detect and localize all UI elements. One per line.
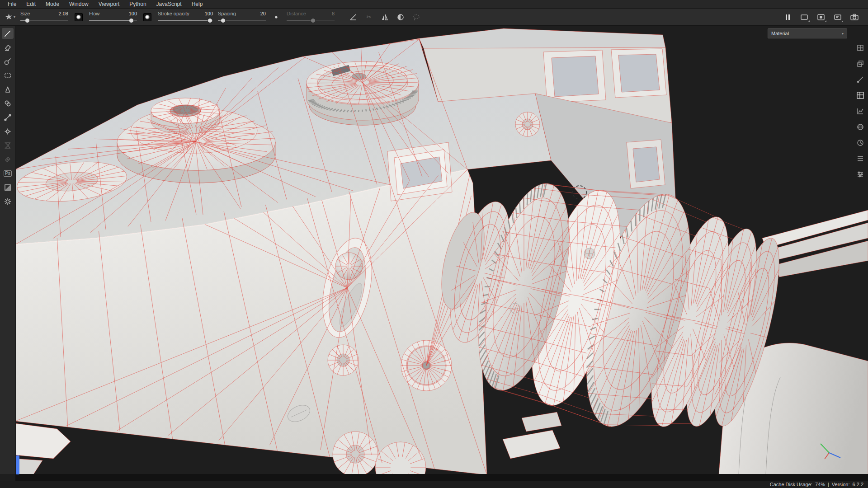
mirror-sphere-button[interactable]: [395, 12, 406, 23]
panel-list-button[interactable]: [856, 155, 864, 164]
distance-slider: [287, 18, 335, 23]
dot-icon: [273, 14, 279, 20]
tool-blur[interactable]: [2, 126, 14, 137]
flow-label: Flow: [89, 11, 99, 16]
distance-value-field: 8: [332, 11, 335, 16]
spacing-slider[interactable]: [218, 18, 266, 23]
panel-grid-button[interactable]: [856, 44, 864, 54]
brush-toolbar: ▾ Size 2.08 Flow 100: [0, 9, 868, 26]
material-select[interactable]: Material ▾: [768, 28, 847, 38]
tool-palette: Ps: [0, 26, 16, 474]
eraser-icon: [4, 43, 12, 52]
gradient-icon: [4, 183, 12, 192]
gear-icon: [4, 197, 12, 206]
canvas-scrollbar-thumb[interactable]: [16, 455, 19, 474]
cut-through-button[interactable]: ✂: [363, 12, 374, 23]
menu-window[interactable]: Window: [64, 0, 94, 8]
panel-history-button[interactable]: [856, 139, 864, 149]
param-size: Size 2.08: [20, 11, 68, 23]
brush-falloff-icon: [75, 13, 83, 21]
canvas-bottom-strip: [15, 474, 868, 481]
brush-profile-icon: [143, 13, 151, 21]
brush-profile-button[interactable]: [142, 12, 153, 23]
viewport-canvas[interactable]: [15, 26, 868, 474]
tool-clone[interactable]: [2, 98, 14, 109]
param-spacing: Spacing 20: [218, 11, 266, 23]
tool-paint-through[interactable]: [2, 56, 14, 67]
menu-edit[interactable]: Edit: [21, 0, 41, 8]
heal-icon: [4, 155, 12, 164]
angle-snap-button[interactable]: [348, 12, 359, 23]
pause-button[interactable]: [782, 12, 793, 23]
palette-toggle-strip: [853, 26, 868, 324]
tool-vector[interactable]: [2, 112, 14, 123]
cache-usage-label: Cache Disk Usage:: [770, 482, 812, 487]
vector-icon: [4, 113, 12, 122]
slice-icon: [4, 141, 12, 150]
stroke-opacity-slider[interactable]: [158, 18, 213, 23]
version-value: 6.2.2: [853, 482, 863, 487]
menu-javascript[interactable]: JavaScript: [151, 0, 187, 8]
param-flow: Flow 100: [89, 11, 137, 23]
canvas-mode-button[interactable]: [799, 12, 810, 23]
distance-label: Distance: [287, 11, 306, 16]
size-label: Size: [20, 11, 30, 16]
panel-projects-button[interactable]: [856, 91, 864, 101]
menu-file[interactable]: File: [3, 0, 21, 8]
marquee-icon: [4, 71, 12, 80]
brush-tip-button[interactable]: ▾: [5, 12, 15, 23]
lasso-icon: [412, 13, 420, 21]
menu-mode[interactable]: Mode: [41, 0, 64, 8]
menu-help[interactable]: Help: [187, 0, 208, 8]
stroke-opacity-value-field[interactable]: 100: [205, 11, 213, 16]
size-slider[interactable]: [20, 18, 68, 23]
tool-ps-layers[interactable]: Ps: [2, 168, 14, 179]
mirror-h-icon: [381, 13, 389, 21]
panel-layers-button[interactable]: [856, 60, 864, 70]
spacing-dot-button[interactable]: [271, 12, 282, 23]
mirror-horizontal-button[interactable]: [379, 12, 390, 23]
status-divider: |: [828, 482, 829, 487]
panel-brushes-button[interactable]: [856, 75, 864, 85]
panel-shader-button[interactable]: [856, 123, 864, 133]
tool-marquee[interactable]: [2, 70, 14, 81]
tool-settings[interactable]: [2, 196, 14, 207]
flow-value-field[interactable]: 100: [129, 11, 137, 16]
panel-controls-button[interactable]: [856, 170, 864, 180]
tool-gradient[interactable]: [2, 182, 14, 193]
tool-brush[interactable]: [2, 28, 14, 39]
param-distance: Distance 8: [287, 11, 335, 23]
spacing-label: Spacing: [218, 11, 236, 16]
shading-sphere-icon: [816, 13, 826, 21]
camera-icon: [850, 13, 859, 21]
tool-eraser[interactable]: [2, 42, 14, 53]
flow-slider[interactable]: [89, 18, 137, 23]
size-value-field[interactable]: 2.08: [59, 11, 68, 16]
tool-smudge[interactable]: [2, 84, 14, 95]
panel-graph-button[interactable]: [856, 107, 864, 117]
hud-mode-button[interactable]: [832, 12, 843, 23]
brush-icon: [4, 29, 12, 38]
lasso-button[interactable]: [411, 12, 422, 23]
cache-usage-value: 74%: [815, 482, 825, 487]
menu-viewport[interactable]: Viewport: [94, 0, 124, 8]
tool-slice[interactable]: [2, 140, 14, 151]
chevron-down-icon: ▾: [14, 15, 15, 19]
blur-gear-icon: [4, 127, 12, 136]
brush-falloff-button[interactable]: [73, 12, 84, 23]
menu-bar: File Edit Mode Window Viewport Python Ja…: [0, 0, 868, 9]
mirror-sphere-icon: [396, 13, 405, 21]
cut-icon: ✂: [367, 14, 372, 20]
viewport-3d[interactable]: [15, 26, 868, 474]
app-window: File Edit Mode Window Viewport Python Ja…: [0, 0, 868, 488]
spacing-value-field[interactable]: 20: [260, 11, 266, 16]
snapshot-button[interactable]: [849, 12, 860, 23]
shading-mode-button[interactable]: [816, 12, 826, 23]
canvas-mode-icon: [800, 13, 809, 21]
viewport-controls: [782, 12, 863, 23]
material-select-value: Material: [771, 31, 789, 36]
hud-icon: [833, 13, 842, 21]
tool-heal[interactable]: [2, 154, 14, 165]
menu-python[interactable]: Python: [124, 0, 151, 8]
ps-badge-icon: Ps: [4, 170, 12, 177]
